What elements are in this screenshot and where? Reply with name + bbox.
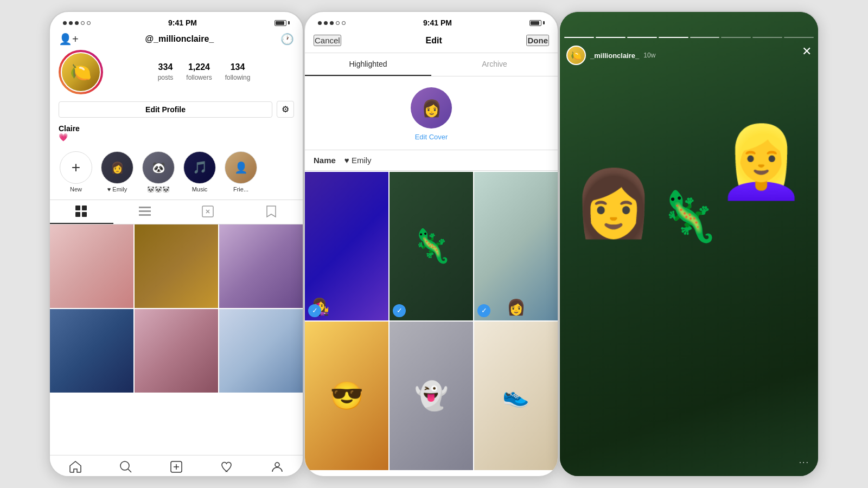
story-close-button[interactable]: ✕ <box>802 44 812 59</box>
nav-home[interactable] <box>50 461 100 473</box>
story-cell-4[interactable]: 😎 <box>305 322 388 470</box>
chameleon-emoji: 🦎 <box>658 192 719 241</box>
highlight-new[interactable]: + New <box>59 151 93 193</box>
story-check-1: ✓ <box>308 304 321 317</box>
followers-count: 1,224 <box>186 62 212 72</box>
highlight-label-friends: Frie... <box>233 186 248 192</box>
cancel-button[interactable]: Cancel <box>314 35 341 46</box>
svg-rect-5 <box>139 210 151 212</box>
highlight-circle-new: + <box>60 151 92 184</box>
screen-edit: 9:41 PM Cancel Edit Done Highlighted Arc… <box>304 11 559 477</box>
story-3: 👩 <box>474 172 558 320</box>
highlight-pets[interactable]: 🐼 🐼🐼🐼 <box>141 151 176 193</box>
name-row: Name ♥ Emily <box>305 150 558 171</box>
avatar: 🍋 <box>61 52 101 92</box>
avatar-container[interactable]: 🍋 <box>59 50 103 94</box>
story-6: 👟 <box>474 322 558 470</box>
svg-rect-0 <box>75 206 80 210</box>
progress-3 <box>627 37 657 38</box>
highlight-circle-friends: 👤 <box>225 151 257 184</box>
signal-dots-2 <box>318 21 346 25</box>
story-background: 👩 👱‍♀️ 🦎 <box>560 12 818 476</box>
tab-grid[interactable] <box>50 200 113 224</box>
story-progress-bars <box>564 37 814 38</box>
stat-following: 134 following <box>225 62 251 82</box>
story-username: _millionclaire_ <box>590 52 639 60</box>
highlight-music[interactable]: 🎵 Music <box>182 151 217 193</box>
edit-profile-button[interactable]: Edit Profile <box>59 101 272 118</box>
svg-rect-1 <box>82 206 87 210</box>
posts-count: 334 <box>158 62 174 72</box>
highlight-label-music: Music <box>192 186 208 192</box>
tab-tagged[interactable] <box>176 200 240 224</box>
photo-5 <box>135 309 218 393</box>
photo-1 <box>50 224 133 308</box>
story-people: 👩 👱‍♀️ 🦎 <box>560 39 818 476</box>
profile-info-row: 🍋 334 posts 1,224 followers 134 followin… <box>50 50 303 101</box>
battery-2 <box>529 20 545 26</box>
settings-button[interactable]: ⚙ <box>277 101 294 118</box>
photo-cell-6[interactable] <box>219 309 303 393</box>
edit-title: Edit <box>425 36 442 46</box>
stat-posts: 334 posts <box>158 62 174 82</box>
story-cell-1[interactable]: 👩‍🎤 ✓ <box>305 172 388 320</box>
cover-circle: 👩 <box>411 87 452 129</box>
photo-cell-4[interactable] <box>50 309 133 393</box>
edit-profile-row: Edit Profile ⚙ <box>50 101 303 124</box>
name-value[interactable]: ♥ Emily <box>344 156 372 165</box>
photo-2 <box>135 224 218 308</box>
svg-rect-4 <box>139 207 151 208</box>
story-cell-2[interactable]: 🦎 ✓ <box>390 172 473 320</box>
story-more-button[interactable]: ··· <box>799 458 809 467</box>
profile-emoji: 💗 <box>59 133 294 142</box>
highlights-scroll: + New 👩 ♥ Emily 🐼 🐼🐼🐼 🎵 Music 👤 Frie... <box>50 147 303 200</box>
story-header: 🍋 _millionclaire_ 10w <box>560 42 818 68</box>
story-cell-6[interactable]: 👟 <box>474 322 558 470</box>
progress-1 <box>564 37 594 38</box>
story-cell-5[interactable]: 👻 <box>390 322 473 470</box>
dot2-4 <box>336 21 340 25</box>
highlight-circle-pets: 🐼 <box>142 151 175 184</box>
story-1: 👩‍🎤 <box>305 172 388 320</box>
story-avatar[interactable]: 🍋 <box>566 46 586 65</box>
tab-saved[interactable] <box>240 200 303 224</box>
highlight-emily[interactable]: 👩 ♥ Emily <box>100 151 135 193</box>
profile-name-section: Claire 💗 <box>50 124 303 147</box>
nav-search[interactable] <box>100 461 151 473</box>
photo-cell-3[interactable] <box>219 224 303 308</box>
nav-add[interactable] <box>151 461 201 473</box>
edit-cover-button[interactable]: Edit Cover <box>415 133 448 141</box>
highlight-circle-music: 🎵 <box>183 151 216 184</box>
story-view: 👩 👱‍♀️ 🦎 🍋 _millionclaire_ 10w ✕ ··· <box>560 12 818 476</box>
highlight-label-emily: ♥ Emily <box>107 186 127 192</box>
posts-label: posts <box>158 74 174 81</box>
person-right-emoji: 👱‍♀️ <box>717 126 805 197</box>
dot-1 <box>63 21 67 25</box>
screen-profile: 9:41 PM 👤+ @_millionclaire_ 🕐 🍋 334 post… <box>49 11 304 477</box>
highlight-circle-emily: 👩 <box>101 151 133 184</box>
progress-2 <box>596 37 626 38</box>
tab-list[interactable] <box>113 200 177 224</box>
photo-cell-2[interactable] <box>135 224 218 308</box>
add-account-button[interactable]: 👤+ <box>59 33 79 46</box>
stats-row: 334 posts 1,224 followers 134 following <box>114 62 294 82</box>
edit-tabs: Highlighted Archive <box>305 53 558 76</box>
nav-heart[interactable] <box>202 461 252 473</box>
story-2: 🦎 <box>390 172 473 320</box>
tab-highlighted[interactable]: Highlighted <box>305 53 431 76</box>
tab-archive[interactable]: Archive <box>431 53 558 76</box>
nav-profile[interactable] <box>252 461 303 473</box>
status-time-2: 9:41 PM <box>423 18 452 27</box>
svg-point-10 <box>120 461 129 470</box>
history-button[interactable]: 🕐 <box>280 33 294 46</box>
person-left-emoji: 👩 <box>573 170 654 235</box>
progress-8 <box>784 37 814 38</box>
photo-cell-1[interactable] <box>50 224 133 308</box>
done-button[interactable]: Done <box>526 35 549 46</box>
dot2-3 <box>330 21 334 25</box>
highlight-friends[interactable]: 👤 Frie... <box>224 151 258 193</box>
name-label: Name <box>314 156 336 165</box>
dot-5 <box>87 21 91 25</box>
photo-cell-5[interactable] <box>135 309 218 393</box>
story-cell-3[interactable]: 👩 ✓ <box>474 172 558 320</box>
